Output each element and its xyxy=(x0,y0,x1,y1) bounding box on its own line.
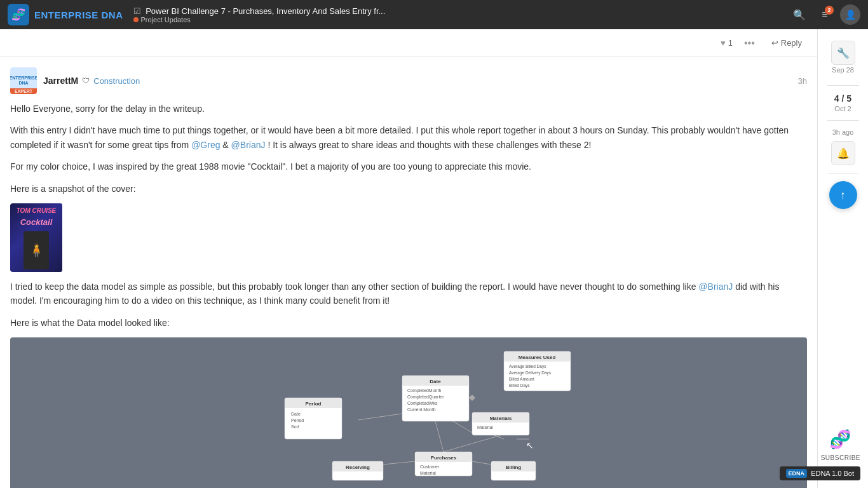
edna-bot-label: EDNA 1.0 Bot xyxy=(811,470,854,477)
notifications-button[interactable]: ≡ 2 xyxy=(815,4,835,25)
bell-icon: 🔔 xyxy=(837,147,850,159)
post-paragraph-4: Here is a snapshot of the cover: xyxy=(10,182,807,196)
page-title-area: ☑ Power BI Challenge 7 - Purchases, Inve… xyxy=(133,6,783,24)
svg-text:Billing: Billing xyxy=(506,464,522,470)
post-paragraph-6: Here is what the Data model looked like: xyxy=(10,316,807,330)
avatar-icon: 👤 xyxy=(845,10,856,20)
more-options-button[interactable]: ••• xyxy=(740,36,759,50)
page-title: ☑ Power BI Challenge 7 - Purchases, Inve… xyxy=(133,6,578,16)
like-group: ♥ 1 xyxy=(721,38,733,48)
wrench-icon: 🔧 xyxy=(837,47,850,59)
post-time: 3h xyxy=(798,76,807,86)
post-area: ♥ 1 ••• ↩ Reply ENTERPRISEDNA EXPERT xyxy=(0,29,817,488)
reply-icon: ↩ xyxy=(771,38,778,48)
sep28-label: Sep 28 xyxy=(832,66,854,74)
main-container: ♥ 1 ••• ↩ Reply ENTERPRISEDNA EXPERT xyxy=(0,29,868,488)
reply-button[interactable]: ↩ Reply xyxy=(766,36,807,50)
svg-text:CompletedMonth: CompletedMonth xyxy=(407,388,441,393)
navbar-subtitle-text: Project Updates xyxy=(141,16,191,24)
mention-greg[interactable]: @Greg xyxy=(191,140,220,150)
svg-text:CompletedQuarter: CompletedQuarter xyxy=(407,395,444,400)
post-card: ENTERPRISEDNA EXPERT JarrettM 🛡 Construc… xyxy=(0,57,817,488)
dna-svg-icon: 🧬 xyxy=(829,428,852,451)
svg-text:Billed Amount: Billed Amount xyxy=(509,377,534,381)
oct2-label: Oct 2 xyxy=(834,105,851,112)
movie-cover-placeholder: TOM CRUISECocktail 🧍 xyxy=(10,203,62,272)
time-ago-label: 3h ago xyxy=(832,128,854,136)
svg-text:Date: Date xyxy=(291,412,301,416)
sidebar-divider-1 xyxy=(827,85,859,86)
svg-text:↖: ↖ xyxy=(526,440,534,451)
brand-name: ENTERPRISE DNA xyxy=(34,10,123,20)
notification-badge: 2 xyxy=(825,6,834,15)
progress-text: 4 / 5 xyxy=(834,93,851,104)
user-avatar[interactable]: 👤 xyxy=(840,4,860,25)
sidebar-progress: 4 / 5 Oct 2 xyxy=(834,93,851,112)
scroll-up-button[interactable]: ↑ xyxy=(829,181,857,209)
mention-brianj-1[interactable]: @BrianJ xyxy=(231,140,266,150)
arrow-up-icon: ↑ xyxy=(840,189,846,202)
svg-text:Sort: Sort xyxy=(291,424,299,429)
post-meta: JarrettM 🛡 Construction 3h xyxy=(43,76,807,86)
svg-text:Current Month: Current Month xyxy=(407,407,436,412)
reply-label: Reply xyxy=(781,38,802,48)
navbar-subtitle: Project Updates xyxy=(133,16,783,24)
svg-text:Date: Date xyxy=(430,379,441,384)
post-paragraph-5: I tried to keep the data model as simple… xyxy=(10,280,807,308)
svg-text:Average Billed Days: Average Billed Days xyxy=(509,364,546,369)
mention-brianj-2[interactable]: @BrianJ xyxy=(698,281,733,292)
edna-bot-badge: EDNA EDNA 1.0 Bot xyxy=(780,466,860,480)
mod-shield-icon: 🛡 xyxy=(82,76,90,85)
svg-text:Purchases: Purchases xyxy=(431,455,457,461)
search-button[interactable]: 🔍 xyxy=(789,4,810,25)
svg-text:Customer: Customer xyxy=(420,464,440,469)
svg-text:🧬: 🧬 xyxy=(829,429,851,450)
svg-text:Material: Material xyxy=(477,425,493,430)
movie-cover-image: TOM CRUISECocktail 🧍 xyxy=(10,203,807,272)
navbar-logo: 🧬 ENTERPRISE DNA xyxy=(8,4,123,25)
post-paragraph-1: Hello Everyone, sorry for the delay in t… xyxy=(10,102,807,116)
svg-text:Material: Material xyxy=(420,471,436,475)
post-category-link[interactable]: Construction xyxy=(93,76,140,86)
expert-badge: EXPERT xyxy=(10,88,37,94)
svg-text:Period: Period xyxy=(291,418,304,423)
category-dot xyxy=(133,17,139,22)
post-body: Hello Everyone, sorry for the delay in t… xyxy=(10,102,807,488)
sidebar-divider-3 xyxy=(827,173,859,173)
search-icon: 🔍 xyxy=(793,9,806,21)
wrench-button[interactable]: 🔧 xyxy=(831,41,855,65)
bottom-right-area: 🧬 SUBSCRIBE EDNA EDNA 1.0 Bot xyxy=(780,426,860,480)
movie-person-icon: 🧍 xyxy=(24,231,49,269)
checkbox-icon: ☑ xyxy=(133,6,141,16)
svg-rect-11 xyxy=(285,407,342,408)
sidebar-divider-2 xyxy=(827,120,859,121)
brand-icon: 🧬 xyxy=(8,4,29,25)
post-paragraph-2: With this entry I didn't have much time … xyxy=(10,123,807,152)
svg-text:CompletedWks: CompletedWks xyxy=(407,401,438,406)
post-header: ENTERPRISEDNA EXPERT JarrettM 🛡 Construc… xyxy=(10,67,807,94)
like-count: 1 xyxy=(728,38,733,48)
svg-text:Measures Used: Measures Used xyxy=(519,355,556,360)
heart-icon: ♥ xyxy=(721,38,726,48)
subscribe-label: SUBSCRIBE xyxy=(821,454,860,461)
subscribe-dna-icon: 🧬 xyxy=(828,426,853,452)
author-avatar: ENTERPRISEDNA EXPERT xyxy=(10,67,37,94)
svg-text:Billed Days: Billed Days xyxy=(509,383,530,388)
svg-text:Period: Period xyxy=(306,401,322,407)
post-author-name: JarrettM xyxy=(43,76,78,86)
right-sidebar: 🔧 Sep 28 4 / 5 Oct 2 3h ago 🔔 ↑ xyxy=(817,29,868,488)
post-author-line: JarrettM 🛡 Construction 3h xyxy=(43,76,807,86)
avatar-brand-text: ENTERPRISEDNA xyxy=(10,76,37,86)
bell-button[interactable]: 🔔 xyxy=(831,141,855,165)
svg-text:Receiving: Receiving xyxy=(346,464,370,470)
data-model-svg: Period Date Period Sort Date CompletedMo… xyxy=(10,337,807,488)
navbar: 🧬 ENTERPRISE DNA ☑ Power BI Challenge 7 … xyxy=(0,0,868,29)
subscribe-widget[interactable]: 🧬 SUBSCRIBE xyxy=(821,426,860,461)
data-model-diagram: Period Date Period Sort Date CompletedMo… xyxy=(10,337,807,488)
navbar-actions: 🔍 ≡ 2 👤 xyxy=(789,4,860,25)
reply-bar: ♥ 1 ••• ↩ Reply xyxy=(0,29,817,57)
svg-text:Average Delivery Days: Average Delivery Days xyxy=(509,370,552,376)
sidebar-wrench-group: 🔧 Sep 28 xyxy=(831,37,855,78)
edna-bot-logo: EDNA xyxy=(786,469,808,478)
svg-text:Materials: Materials xyxy=(490,416,512,421)
